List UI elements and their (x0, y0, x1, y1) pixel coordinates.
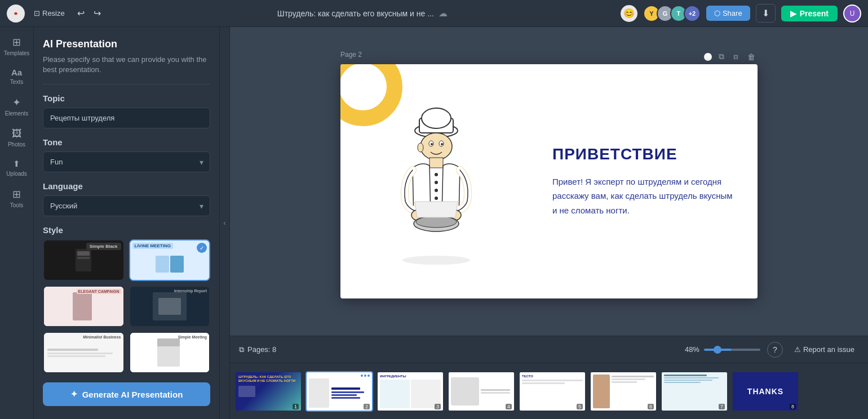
uploads-label: Uploads (6, 171, 27, 177)
thumbnail-8[interactable]: THANKS 8 (732, 371, 799, 412)
svg-point-7 (431, 143, 433, 145)
photos-icon: 🖼 (12, 128, 22, 140)
avatar-group: Y G T +2 (643, 5, 701, 22)
present-label: Present (800, 9, 829, 18)
pages-label: Pages: 8 (247, 345, 276, 354)
thumb-7-num: 7 (719, 404, 725, 409)
generate-label: Generate AI Presentation (82, 390, 183, 399)
copy-slide-button[interactable]: ⧈ (731, 51, 741, 63)
texts-label: Texts (10, 79, 23, 85)
livine-label: LIVINE MEETING (132, 243, 173, 249)
nav-texts[interactable]: Aa Texts (2, 63, 32, 90)
tone-select-wrap: Fun Professional Casual Formal ▾ (43, 151, 210, 172)
zoom-value: 48% (685, 345, 699, 354)
svg-point-11 (435, 173, 438, 176)
nav-photos[interactable]: 🖼 Photos (2, 123, 32, 152)
style-grid: Simple Black LIVINE MEETING ✓ (43, 239, 210, 373)
style-label: Style (43, 225, 210, 235)
present-button[interactable]: ▶ Present (781, 6, 838, 21)
style-internship-report[interactable]: Internship Report (129, 286, 211, 327)
report-issue-button[interactable]: ⚠ Report an issue (790, 343, 859, 356)
svg-point-12 (435, 181, 438, 184)
generate-button[interactable]: ✦ Generate AI Presentation (43, 382, 210, 406)
thumbnail-3[interactable]: ИНГРЕДИЕНТЫ 3 (377, 371, 444, 412)
nav-tools[interactable]: ⊞ Tools (2, 184, 32, 213)
slide-wrapper: Page 2 ⧉ ⧈ 🗑 (340, 64, 758, 298)
elements-label: Elements (5, 110, 29, 117)
download-button[interactable]: ⬇ (756, 4, 776, 23)
thumbnail-4[interactable]: 4 (448, 371, 515, 412)
canvas-main: Page 2 ⧉ ⧈ 🗑 (230, 27, 868, 336)
thumbnail-5[interactable]: ТЕСТО 5 (519, 371, 586, 412)
topic-label: Topic (43, 93, 210, 103)
slide-controls: ⧉ ⧈ 🗑 (704, 51, 758, 63)
style-simple-meeting[interactable]: Simple Meeting (129, 332, 211, 373)
thumbnail-2[interactable]: 2 (305, 371, 373, 412)
thumb-5-num: 5 (577, 404, 583, 409)
style-simple-black-label: Simple Black (86, 243, 121, 250)
document-title: Штрудель: как сделать его вкусным и не .… (109, 8, 616, 19)
nav-templates[interactable]: ⊞ Templates (2, 32, 32, 61)
thumb-3-num: 3 (435, 404, 441, 409)
page-label: Page 2 (340, 51, 362, 59)
nav-elements[interactable]: ✦ Elements (2, 92, 32, 121)
language-label: Language (43, 181, 210, 191)
duplicate-slide-button[interactable]: ⧉ (716, 51, 727, 63)
style-minimalist-business[interactable]: Minimalist Business (43, 332, 125, 373)
templates-icon: ⊞ (12, 36, 21, 48)
delete-slide-button[interactable]: 🗑 (745, 51, 758, 63)
undo-redo-group: ↩ ↪ (74, 6, 104, 21)
thumbnail-1[interactable]: ШТРУДЕЛЬ: КАК СДЕЛАТЬ ЕГО ВКУСНЫМ И НЕ С… (234, 371, 302, 412)
templates-label: Templates (4, 50, 30, 56)
tone-select[interactable]: Fun Professional Casual Formal (43, 151, 210, 172)
ai-panel-title: AI Presentation (43, 38, 210, 50)
topbar-right: 😊 Y G T +2 ⬡ Share ⬇ ▶ Present U (621, 4, 861, 23)
panel-divider (43, 84, 210, 84)
svg-point-13 (435, 189, 438, 192)
undo-button[interactable]: ↩ (74, 6, 88, 21)
style-livine-meeting[interactable]: LIVINE MEETING ✓ (129, 239, 211, 281)
left-nav: ⊞ Templates Aa Texts ✦ Elements 🖼 Photos… (0, 27, 34, 419)
thumb-1-num: 1 (293, 404, 299, 409)
help-button[interactable]: ? (767, 342, 783, 358)
svg-point-14 (435, 197, 438, 200)
photos-label: Photos (8, 141, 25, 148)
svg-point-4 (420, 133, 452, 160)
ai-panel-subtitle: Please specify so that we can provide yo… (43, 55, 210, 75)
thumbnails-bar: ШТРУДЕЛЬ: КАК СДЕЛАТЬ ЕГО ВКУСНЫМ И НЕ С… (230, 363, 868, 419)
topic-input[interactable] (43, 108, 210, 128)
main-area: ⊞ Templates Aa Texts ✦ Elements 🖼 Photos… (0, 27, 868, 419)
zoom-slider[interactable] (704, 349, 760, 351)
collapse-arrow-icon: ‹ (224, 219, 226, 227)
present-icon: ▶ (790, 9, 796, 18)
style-simple-black[interactable]: Simple Black (43, 239, 125, 281)
redo-button[interactable]: ↪ (90, 6, 104, 21)
thumbnail-7[interactable]: 7 (661, 371, 728, 412)
thumb-2-num: 2 (364, 404, 370, 409)
minimalist-label: Minimalist Business (83, 335, 121, 339)
bottom-bar: ⧉ Pages: 8 48% ? ⚠ Report an issue (230, 336, 868, 363)
share-button[interactable]: ⬡ Share (706, 6, 750, 21)
livine-check: ✓ (197, 243, 207, 253)
app-logo[interactable] (7, 5, 25, 23)
user-avatar[interactable]: U (843, 5, 861, 23)
simple-meeting-label: Simple Meeting (178, 335, 207, 339)
resize-button[interactable]: ⊡ Resize (29, 7, 69, 20)
slide-left (340, 64, 532, 298)
nav-uploads[interactable]: ⬆ Uploads (2, 154, 32, 181)
cloud-save-icon: ☁ (439, 8, 448, 19)
panel-collapse-handle[interactable]: ‹ (220, 27, 230, 419)
title-text[interactable]: Штрудель: как сделать его вкусным и не .… (277, 9, 434, 18)
thumbnail-6[interactable]: 6 (590, 371, 657, 412)
report-icon: ⚠ (794, 345, 801, 354)
emoji-button[interactable]: 😊 (621, 5, 637, 22)
slide-right: ПРИВЕТСТВИЕ Привет! Я эксперт по штрудел… (532, 64, 758, 298)
style-elegant-campaign[interactable]: ELEGANT CAMPAIGN (43, 286, 125, 327)
zoom-control: 48% (685, 345, 760, 354)
slide-body: Привет! Я эксперт по штруделям и сегодня… (552, 175, 737, 218)
tone-label: Tone (43, 137, 210, 147)
thumb-6-num: 6 (648, 404, 654, 409)
uploads-icon: ⬆ (13, 159, 20, 169)
canvas-area: Page 2 ⧉ ⧈ 🗑 (230, 27, 868, 419)
language-select[interactable]: Русский English Deutsch (43, 195, 210, 216)
